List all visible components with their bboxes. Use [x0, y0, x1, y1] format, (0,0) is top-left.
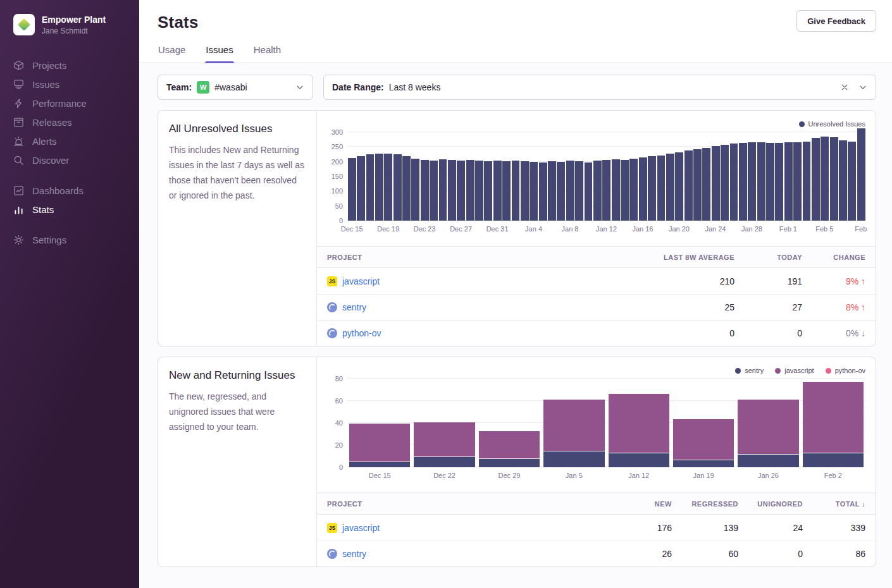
x-tick-label: Feb 5	[815, 225, 833, 233]
team-selector[interactable]: Team: W #wasabi	[158, 75, 313, 100]
sidebar-nav-secondary: Dashboards Stats	[0, 181, 139, 219]
x-tick-label: Dec 29	[499, 472, 521, 479]
avg-value: 25	[602, 302, 734, 312]
project-link[interactable]: sentry	[342, 549, 366, 559]
stacked-bar-series	[347, 370, 865, 467]
avg-value: 0	[602, 328, 734, 338]
stacked-bar	[609, 393, 669, 467]
table-row: sentry25278% ↑	[317, 294, 876, 320]
bar	[548, 161, 556, 221]
bar-segment-sentry	[803, 453, 864, 467]
avg-value: 210	[602, 276, 734, 286]
table-header: PROJECT NEW REGRESSED UNIGNORED TOTAL↓	[317, 493, 876, 515]
javascript-icon: JS	[327, 523, 337, 533]
bar-segment-javascript	[738, 399, 798, 455]
unignored-value: 24	[738, 523, 803, 533]
team-label: Team:	[166, 82, 192, 92]
bar	[702, 148, 710, 221]
bar	[411, 159, 419, 221]
tab-health[interactable]: Health	[253, 44, 282, 63]
bar	[530, 162, 538, 221]
org-switcher[interactable]: Empower Plant Jane Schmidt	[0, 0, 139, 39]
main-area: Stats Give Feedback Usage Issues Health …	[139, 0, 892, 588]
table-row: JSjavascript2101919% ↑	[317, 268, 876, 294]
total-value: 339	[803, 523, 865, 533]
user-name: Jane Schmidt	[42, 27, 106, 35]
sidebar-item-settings[interactable]: Settings	[0, 230, 139, 249]
tab-usage[interactable]: Usage	[158, 44, 186, 63]
new-returning-issues-table: PROJECT NEW REGRESSED UNIGNORED TOTAL↓ J…	[317, 493, 876, 567]
bar	[539, 162, 547, 221]
javascript-icon: JS	[327, 276, 337, 286]
chevron-down-icon[interactable]	[858, 83, 867, 92]
total-value: 86	[803, 549, 865, 559]
clear-icon[interactable]	[840, 83, 849, 92]
bar	[566, 161, 574, 221]
sidebar-item-stats[interactable]: Stats	[0, 200, 139, 219]
bar	[557, 162, 565, 221]
stacked-bar	[738, 399, 798, 468]
header-total-sort[interactable]: TOTAL↓	[803, 500, 865, 508]
table-row: sentry2660086	[317, 541, 876, 567]
bar	[629, 159, 638, 221]
project-link[interactable]: sentry	[342, 302, 366, 312]
bar	[475, 161, 483, 221]
project-link[interactable]: javascript	[342, 523, 380, 533]
x-tick-label: Dec 15	[369, 472, 391, 479]
date-range-selector[interactable]: Date Range: Last 8 weeks	[323, 75, 876, 100]
sidebar-item-releases[interactable]: Releases	[0, 113, 139, 132]
bar	[375, 154, 383, 221]
y-tick-label: 40	[335, 419, 343, 427]
x-axis: Dec 15Dec 22Dec 29Jan 5Jan 12Jan 19Jan 2…	[347, 467, 865, 482]
table-row: python-ov000% ↓	[317, 320, 876, 346]
stacked-bar	[479, 431, 540, 467]
stacked-bar	[673, 419, 734, 467]
table-row: JSjavascript17613924339	[317, 515, 876, 541]
sidebar-item-projects[interactable]: Projects	[0, 56, 139, 75]
sidebar-item-alerts[interactable]: Alerts	[0, 132, 139, 150]
sidebar-item-issues[interactable]: Issues	[0, 75, 139, 94]
sidebar-item-dashboards[interactable]: Dashboards	[0, 181, 139, 200]
chevron-down-icon[interactable]	[295, 83, 304, 92]
bar	[821, 137, 829, 221]
sidebar-nav-main: Projects Issues Performance Releases Ale…	[0, 56, 139, 169]
change-value: 9% ↑	[802, 276, 865, 286]
header-new: NEW	[602, 500, 672, 508]
panel-description-column: New and Returning Issues The new, regres…	[158, 357, 317, 567]
project-link[interactable]: python-ov	[342, 328, 381, 338]
bar	[602, 160, 610, 221]
stacked-bar	[543, 399, 604, 468]
tab-issues[interactable]: Issues	[205, 44, 233, 63]
project-link[interactable]: javascript	[342, 276, 380, 286]
bar	[621, 160, 629, 221]
stacked-bar	[414, 422, 474, 467]
change-value: 8% ↑	[802, 302, 865, 312]
bar-segment-javascript	[803, 381, 864, 453]
bar	[348, 158, 356, 221]
y-tick-label: 300	[331, 128, 343, 136]
sidebar-item-discover[interactable]: Discover	[0, 150, 139, 169]
bar	[712, 146, 720, 221]
bar	[484, 161, 492, 221]
stacked-bar	[803, 381, 864, 468]
bar-segment-sentry	[414, 456, 474, 468]
bar-segment-javascript	[479, 431, 540, 458]
today-value: 27	[734, 302, 802, 312]
unresolved-issues-chart: Unresolved Issues 050100150200250300 Dec…	[317, 111, 876, 236]
sidebar-item-performance[interactable]: Performance	[0, 94, 139, 113]
header-avg: LAST 8W AVERAGE	[602, 254, 734, 261]
header-project: PROJECT	[327, 500, 602, 508]
bar	[575, 161, 583, 221]
unresolved-issues-table: PROJECT LAST 8W AVERAGE TODAY CHANGE JSj…	[317, 246, 876, 346]
bar	[693, 149, 702, 221]
bar	[466, 160, 474, 221]
panel-description-column: All Unresolved Issues This includes New …	[158, 111, 317, 346]
x-tick-label: Feb 2	[824, 472, 842, 479]
chart-plot	[347, 379, 865, 467]
regressed-value: 60	[672, 549, 738, 559]
header-regressed: REGRESSED	[672, 500, 738, 508]
give-feedback-button[interactable]: Give Feedback	[796, 10, 876, 32]
page-header: Stats Give Feedback Usage Issues Health	[139, 0, 892, 63]
x-tick-label: Jan 12	[628, 472, 649, 479]
sidebar-nav-footer: Settings	[0, 230, 139, 249]
